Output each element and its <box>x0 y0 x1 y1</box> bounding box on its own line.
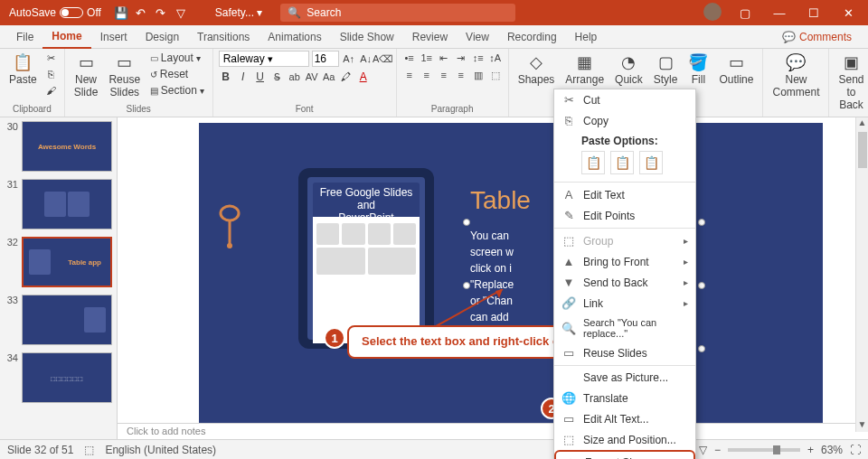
tab-view[interactable]: View <box>457 25 498 49</box>
zoom-out-icon[interactable]: − <box>714 444 721 456</box>
slide-counter[interactable]: Slide 32 of 51 <box>7 444 73 456</box>
zoom-in-icon[interactable]: + <box>807 444 814 456</box>
fill-button[interactable]: 🪣Fill <box>684 51 712 88</box>
ctx-search[interactable]: 🔍Search "You can replace..." <box>554 314 695 342</box>
shapes-button[interactable]: ◇Shapes <box>514 51 559 88</box>
paste-keep-source-icon[interactable]: 📋 <box>610 151 634 174</box>
section-button[interactable]: ▤ Section ▾ <box>147 83 207 98</box>
shadow-icon[interactable]: ab <box>288 70 302 84</box>
search-input[interactable]: 🔍 Search <box>280 4 515 22</box>
zoom-level[interactable]: 63% <box>821 444 843 456</box>
undo-icon[interactable]: ↶ <box>134 5 148 20</box>
new-comment-button[interactable]: 💬New Comment <box>769 51 823 100</box>
reuse-slides-button[interactable]: ▭Reuse Slides <box>105 51 144 100</box>
slideshow-view-icon[interactable]: ▽ <box>699 444 707 456</box>
notes-pane[interactable]: Click to add notes <box>118 423 855 439</box>
ctx-send-back[interactable]: ▼Send to Back▸ <box>554 272 695 293</box>
strike-icon[interactable]: S̶ <box>270 70 285 84</box>
tab-help[interactable]: Help <box>566 25 607 49</box>
line-spacing-icon[interactable]: ↕≡ <box>471 51 486 65</box>
tab-transitions[interactable]: Transitions <box>188 25 259 49</box>
maximize-icon[interactable]: ☐ <box>797 3 830 23</box>
comments-button[interactable]: 💬 Comments <box>773 31 861 43</box>
font-color-icon[interactable]: A <box>356 70 371 84</box>
ctx-edit-points[interactable]: ✎Edit Points <box>554 205 695 226</box>
ctx-reuse-slides[interactable]: ▭Reuse Slides <box>554 342 695 363</box>
font-name-combo[interactable]: Raleway ▾ <box>219 51 309 67</box>
ctx-size-position[interactable]: ⬚Size and Position... <box>554 429 695 450</box>
highlight-icon[interactable]: 🖍 <box>339 70 354 84</box>
fit-window-icon[interactable]: ⛶ <box>850 444 861 456</box>
new-slide-button[interactable]: ▭New Slide <box>71 51 102 100</box>
slide-thumb-32[interactable]: Table app <box>22 237 112 287</box>
font-size-combo[interactable]: 16 <box>312 51 339 67</box>
slide-canvas[interactable]: Free Google Slides andPowerPoint templat… <box>118 117 868 441</box>
spacing-icon[interactable]: AV <box>305 70 319 84</box>
grow-font-icon[interactable]: A↑ <box>342 52 356 66</box>
underline-icon[interactable]: U <box>253 70 268 84</box>
accessibility-icon[interactable]: ⬚ <box>84 444 94 456</box>
numbering-icon[interactable]: 1≡ <box>420 51 434 65</box>
format-painter-icon[interactable]: 🖌 <box>44 83 59 98</box>
align-center-icon[interactable]: ≡ <box>420 68 434 82</box>
align-right-icon[interactable]: ≡ <box>437 68 451 82</box>
quick-styles-button[interactable]: ◔Quick <box>611 51 646 88</box>
columns-icon[interactable]: ▥ <box>471 68 486 82</box>
ctx-save-picture[interactable]: Save as Picture... <box>554 368 695 388</box>
ctx-copy[interactable]: ⎘Copy <box>554 110 695 131</box>
ctx-bring-front[interactable]: ▲Bring to Front▸ <box>554 251 695 272</box>
tab-home[interactable]: Home <box>42 25 90 49</box>
ctx-group[interactable]: ⬚Group▸ <box>554 230 695 251</box>
shrink-font-icon[interactable]: A↓ <box>359 52 373 66</box>
ctx-translate[interactable]: 🌐Translate <box>554 388 695 408</box>
slide-thumb-34[interactable]: ⬚⬚⬚⬚⬚⬚ <box>22 352 112 403</box>
slide-thumb-30[interactable]: Awesome Words <box>22 121 112 172</box>
ctx-format-shape[interactable]: ◈Format Shape... <box>554 450 695 459</box>
tab-slideshow[interactable]: Slide Show <box>331 25 403 49</box>
ctx-link[interactable]: 🔗Link▸ <box>554 293 695 314</box>
arrange-button[interactable]: ▦Arrange <box>561 51 608 88</box>
align-left-icon[interactable]: ≡ <box>402 68 417 82</box>
tab-review[interactable]: Review <box>403 25 457 49</box>
ctx-alt-text[interactable]: ▭Edit Alt Text... <box>554 408 695 429</box>
cut-icon[interactable]: ✂ <box>44 51 59 65</box>
outline-button[interactable]: ▭Outline <box>715 51 757 88</box>
document-title[interactable]: Safety... ▾ <box>215 6 262 19</box>
autosave-toggle[interactable]: AutoSave Off <box>4 6 107 19</box>
paste-text-only-icon[interactable]: 📋 <box>639 151 663 174</box>
clear-format-icon[interactable]: A⌫ <box>376 52 391 66</box>
tab-recording[interactable]: Recording <box>498 25 566 49</box>
italic-icon[interactable]: I <box>236 70 250 84</box>
language-status[interactable]: English (United States) <box>105 444 216 456</box>
slide-thumb-31[interactable] <box>22 179 112 230</box>
close-icon[interactable]: ✕ <box>832 3 864 23</box>
tab-file[interactable]: File <box>7 25 42 49</box>
save-icon[interactable]: 💾 <box>114 5 128 20</box>
justify-icon[interactable]: ≡ <box>454 68 468 82</box>
vertical-scrollbar[interactable]: ▲ ▼ <box>855 117 868 432</box>
convert-smartart-icon[interactable]: ⬚ <box>488 68 503 82</box>
user-avatar[interactable] <box>703 3 722 21</box>
slide-thumb-33[interactable] <box>22 295 112 345</box>
ctx-cut[interactable]: ✂Cut <box>554 89 695 110</box>
paste-dest-theme-icon[interactable]: 📋 <box>581 151 605 174</box>
ctx-edit-text[interactable]: AEdit Text <box>554 184 695 205</box>
text-direction-icon[interactable]: ↕A <box>488 51 503 65</box>
tab-design[interactable]: Design <box>137 25 188 49</box>
zoom-slider[interactable] <box>728 448 800 452</box>
copy-icon[interactable]: ⎘ <box>44 67 59 81</box>
reset-button[interactable]: ↺ Reset <box>147 67 207 81</box>
tab-insert[interactable]: Insert <box>91 25 137 49</box>
layout-button[interactable]: ▭ Layout ▾ <box>147 51 207 65</box>
tab-animations[interactable]: Animations <box>259 25 330 49</box>
bold-icon[interactable]: B <box>219 70 233 84</box>
style-button[interactable]: ▢Style <box>650 51 682 88</box>
case-icon[interactable]: Aa <box>322 70 336 84</box>
slideshow-icon[interactable]: ▽ <box>174 5 188 20</box>
minimize-icon[interactable]: — <box>763 3 796 23</box>
paste-button[interactable]: 📋Paste <box>5 51 41 88</box>
indent-inc-icon[interactable]: ⇥ <box>454 51 468 65</box>
indent-dec-icon[interactable]: ⇤ <box>437 51 451 65</box>
send-to-back-button[interactable]: ▣Send to Back <box>835 51 867 113</box>
redo-icon[interactable]: ↷ <box>154 5 168 20</box>
